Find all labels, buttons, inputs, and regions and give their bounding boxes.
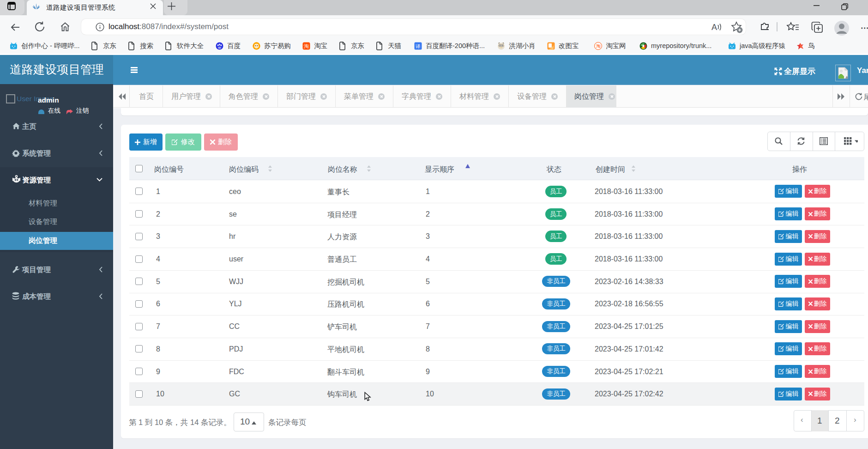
svg-text:译: 译 xyxy=(415,43,421,49)
svg-text:du: du xyxy=(218,46,221,49)
svg-text:淘: 淘 xyxy=(596,43,601,49)
svg-text:A: A xyxy=(711,23,717,32)
svg-text:淘: 淘 xyxy=(303,43,309,49)
